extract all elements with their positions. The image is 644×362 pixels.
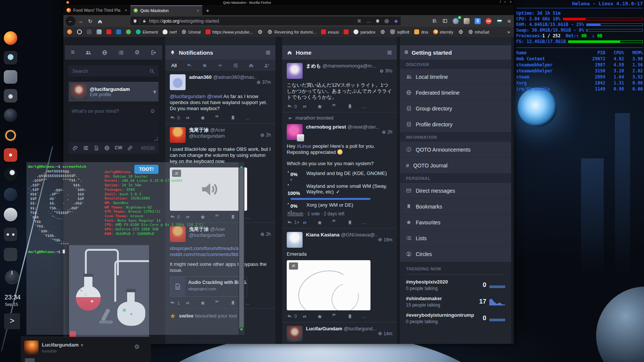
favourite-button[interactable] <box>317 104 332 109</box>
reply-button[interactable]: 0 <box>287 314 302 319</box>
avatar[interactable] <box>287 63 303 79</box>
more-button[interactable]: … <box>245 115 260 121</box>
home-header[interactable]: Home <box>282 45 397 60</box>
steam-avatar[interactable] <box>24 341 38 355</box>
bookmark-icon[interactable] <box>67 29 72 34</box>
quote-button[interactable]: ” <box>332 105 347 109</box>
gamepad-desktop-icon[interactable] <box>4 228 17 241</box>
emoji-picker-icon[interactable]: ☺ <box>150 107 155 114</box>
trending-hashtag[interactable]: #everybodyisturningontrump0 people talki… <box>406 312 505 324</box>
nav-item-favourites[interactable]: Favourites <box>400 215 511 230</box>
notifications-header[interactable]: Notifications <box>165 45 275 60</box>
poll-option[interactable]: * 0% Wayland and big DE (KDE, GNOME) <box>287 170 392 177</box>
reader-mode-icon[interactable] <box>357 18 362 23</box>
more-button[interactable]: … <box>245 215 260 220</box>
poll-option[interactable]: * 100% Wayland and some small WM (Sway, … <box>287 183 392 196</box>
close-tab-icon[interactable]: × <box>123 8 127 12</box>
bookmark-reversing[interactable]: Reversing for dummi... <box>267 29 316 34</box>
bookmark-star-icon[interactable]: ★ <box>393 18 398 24</box>
maximize-window-icon[interactable]: ○ <box>504 0 506 4</box>
nav-item-direct-messages[interactable]: Direct messages <box>400 183 511 199</box>
poll-icon[interactable] <box>83 145 89 151</box>
shade-window-icon[interactable]: / <box>500 0 501 4</box>
steam-friend-avatar[interactable] <box>25 358 35 362</box>
toot[interactable]: LucifarGundam @lucifargund... 14m rewatc… <box>282 322 397 344</box>
bookmark-sqlbolt[interactable]: sqlBolt <box>390 29 409 34</box>
steam-desktop-icon[interactable] <box>4 109 17 122</box>
penguin-desktop-icon[interactable] <box>4 208 17 221</box>
toot-button[interactable]: TOOT! <box>134 165 158 174</box>
extension-page-icon[interactable] <box>384 19 389 23</box>
slack-extension-icon[interactable]: S <box>475 18 481 24</box>
recorder-desktop-icon[interactable] <box>4 148 17 162</box>
reply-button[interactable]: 1+ <box>287 220 302 225</box>
avatar[interactable] <box>170 127 186 143</box>
window-titlebar[interactable]: Qoto Mastodon - Mozilla Firefox / ○ × <box>63 0 514 5</box>
sidebar-icon[interactable] <box>442 18 448 24</box>
bookmark-unreal[interactable]: Unreal <box>181 29 200 34</box>
toot-with-poll[interactable]: chernobog priest @newt@ster... 2h Hey #L… <box>282 121 397 229</box>
filter-polls-icon[interactable] <box>233 63 238 68</box>
bookmark-eternity[interactable]: eternity <box>433 29 453 34</box>
profile-card[interactable]: @lucifargundam Edit profile ▾ <box>69 82 158 101</box>
filter-mentions-icon[interactable] <box>186 63 192 68</box>
bookmark-button[interactable] <box>347 104 362 109</box>
bookmark-icon[interactable] <box>77 29 82 34</box>
search-input[interactable] <box>72 68 149 74</box>
logout-icon[interactable] <box>151 50 156 55</box>
bookmark-icon[interactable] <box>87 29 92 34</box>
poll-option[interactable]: * 0% Xorg (any WM or DE) <box>287 202 392 209</box>
youtube-bookmark-icon[interactable] <box>106 29 111 34</box>
compose-box[interactable]: ☺ <box>69 105 158 141</box>
poll-refresh-link[interactable]: Refresh <box>287 211 303 216</box>
hide-media-chip[interactable] <box>289 262 298 270</box>
notification-toot[interactable]: adnan360 @adnan360@mas.... 37m @lucifarg… <box>165 71 275 124</box>
obs-desktop-icon[interactable] <box>4 168 17 181</box>
tracking-shield-icon[interactable] <box>133 19 137 23</box>
privacy-globe-icon[interactable] <box>104 145 110 151</box>
camera-desktop-icon[interactable] <box>4 89 17 103</box>
home-feed[interactable]: まめも @mamemomonga@m... 30s こないだ買い込んだ12Vスポ… <box>282 60 397 344</box>
bookmark-button[interactable] <box>347 220 362 225</box>
ide-desktop-icon[interactable] <box>4 188 17 201</box>
quote-button[interactable]: ” <box>332 314 347 318</box>
photos-desktop-icon[interactable] <box>4 70 17 84</box>
nav-item-federated-timeline[interactable]: Federated timeline <box>400 85 511 101</box>
scroll-down-arrow[interactable] <box>240 328 243 333</box>
menu-hamburger-icon[interactable]: ≡ <box>507 18 511 24</box>
library-icon[interactable] <box>432 18 437 24</box>
column-settings-icon[interactable] <box>265 50 271 55</box>
boost-button-active[interactable] <box>302 220 317 225</box>
youtube-bookmark-icon[interactable] <box>344 29 349 34</box>
link-icon[interactable] <box>127 145 133 151</box>
terminal-window[interactable]: derlg@Helena:~$ screenfetch _,met$$$$$gg… <box>26 162 244 335</box>
bookmark-icon[interactable] <box>116 29 121 34</box>
content-warning-button[interactable]: CW <box>115 145 122 150</box>
extension-globe-icon[interactable]: 0 <box>453 18 459 24</box>
bookmark-element[interactable]: Element <box>136 29 158 34</box>
pocket-icon[interactable] <box>375 19 380 23</box>
lists-icon[interactable] <box>118 50 124 55</box>
firefox-desktop-icon[interactable] <box>4 31 17 45</box>
quote-button[interactable]: ” <box>215 116 230 120</box>
home-button[interactable] <box>95 18 105 24</box>
getting-started-header[interactable]: ≡ Getting started <box>400 45 511 60</box>
bookmark-button[interactable] <box>347 314 362 319</box>
new-tab-button[interactable]: + <box>202 6 213 15</box>
more-button[interactable]: … <box>362 314 377 319</box>
joystick-desktop-icon[interactable] <box>4 248 17 261</box>
boosted-by-line[interactable]: marathon boosted <box>282 112 397 121</box>
favourite-button[interactable] <box>317 314 332 319</box>
edit-profile-link[interactable]: Edit profile <box>90 92 130 97</box>
bookmark-mhasat[interactable]: mhaSat <box>468 29 489 34</box>
nav-item-group-directory[interactable]: Group directory <box>400 101 511 117</box>
drafts-icon[interactable] <box>94 145 99 151</box>
nav-item-journal[interactable]: #QOTO Journal <box>400 158 511 173</box>
bookmark-dna[interactable]: dna <box>414 29 428 34</box>
forward-button[interactable]: → <box>75 18 85 24</box>
globe-bookmark-icon[interactable] <box>458 29 463 34</box>
preferences-gear-icon[interactable]: ⚙ <box>135 49 140 56</box>
boost-button[interactable] <box>185 115 200 121</box>
resize-handle[interactable] <box>154 137 158 141</box>
toot[interactable]: まめも @mamemomonga@m... 30s こないだ買い込んだ12Vスポ… <box>282 60 397 112</box>
